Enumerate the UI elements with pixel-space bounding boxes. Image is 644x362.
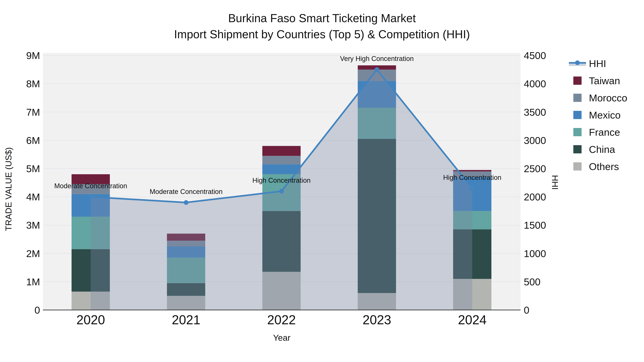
color-patch-icon <box>573 111 582 119</box>
y-left-tick-6M: 6M <box>26 135 40 146</box>
chart-canvas: 01M2M3M4M5M6M7M8M9M050010001500200025003… <box>0 0 644 362</box>
y-axis-title-right: HHI <box>549 156 560 209</box>
x-tick-2020: 2020 <box>76 313 105 327</box>
legend-label-morocco: Morocco <box>589 92 627 104</box>
y-left-tick-2M: 2M <box>26 248 40 259</box>
y-left-tick-0: 0 <box>34 305 40 316</box>
annotation-2023: Very High Concentration <box>340 55 414 62</box>
y-right-tick-500: 500 <box>524 276 540 288</box>
y-left-tick-8M: 8M <box>26 78 40 89</box>
color-patch-icon <box>573 76 582 85</box>
chart-title: Burkina Faso Smart Ticketing Market Impo… <box>0 10 644 42</box>
legend-item-mexico: Mexico <box>569 108 644 122</box>
legend-swatch-china <box>569 145 586 153</box>
x-tick-2023: 2023 <box>362 313 391 327</box>
color-patch-icon <box>573 145 582 153</box>
legend-label-mexico: Mexico <box>589 109 620 121</box>
hhi-marker-2024 <box>470 186 474 191</box>
hhi-marker-2020 <box>88 195 93 199</box>
color-patch-icon <box>573 94 582 102</box>
chart-figure: 01M2M3M4M5M6M7M8M9M050010001500200025003… <box>0 0 644 362</box>
color-patch-icon <box>573 128 582 136</box>
y-axis-title-left: TRADE VALUE (US$) <box>4 112 14 266</box>
y-right-tick-1500: 1500 <box>524 220 546 231</box>
y-right-tick-2500: 2500 <box>524 163 546 174</box>
legend-swatch-others <box>569 162 586 171</box>
bar-segment-2022-mexico <box>262 164 301 174</box>
legend-item-china: China <box>569 143 644 156</box>
annotation-2020: Moderate Concentration <box>54 182 127 190</box>
x-tick-2024: 2024 <box>458 313 486 327</box>
y-left-tick-3M: 3M <box>26 220 40 231</box>
y-left-tick-4M: 4M <box>26 191 40 203</box>
legend-swatch-mexico <box>569 111 586 119</box>
bar-segment-2022-taiwan <box>262 146 301 156</box>
y-left-tick-1M: 1M <box>26 276 40 288</box>
annotation-2021: Moderate Concentration <box>150 188 222 195</box>
legend-hhi-line-swatch <box>569 60 586 67</box>
hhi-marker-2023 <box>374 67 379 72</box>
y-left-tick-7M: 7M <box>26 106 40 118</box>
hhi-marker-2022 <box>279 189 284 194</box>
y-right-tick-3500: 3500 <box>524 106 546 118</box>
y-right-tick-3000: 3000 <box>524 135 546 146</box>
hhi-marker-2021 <box>184 200 188 205</box>
y-left-tick-9M: 9M <box>26 50 40 61</box>
y-right-tick-2000: 2000 <box>524 191 546 203</box>
annotation-2022: High Concentration <box>252 177 310 184</box>
y-right-tick-0: 0 <box>524 305 529 316</box>
legend-swatch-morocco <box>569 94 586 102</box>
bar-segment-2022-morocco <box>262 156 301 164</box>
y-right-tick-4000: 4000 <box>524 78 546 89</box>
color-patch-icon <box>573 162 582 171</box>
x-axis-title: Year <box>43 333 520 343</box>
legend-item-france: France <box>569 125 644 139</box>
chart-title-line1: Burkina Faso Smart Ticketing Market <box>0 10 644 26</box>
legend-swatch-taiwan <box>569 76 586 85</box>
legend-item-hhi: HHI <box>569 57 644 70</box>
legend-item-others: Others <box>569 160 644 173</box>
legend-label-china: China <box>589 144 615 155</box>
y-left-tick-5M: 5M <box>26 163 40 174</box>
legend: HHITaiwanMoroccoMexicoFranceChinaOthers <box>569 57 644 173</box>
legend-item-morocco: Morocco <box>569 91 644 104</box>
legend-label-taiwan: Taiwan <box>589 75 620 86</box>
legend-label-hhi: HHI <box>589 58 606 69</box>
annotation-2024: High Concentration <box>443 174 501 181</box>
hhi-line-icon <box>569 60 586 67</box>
legend-item-taiwan: Taiwan <box>569 74 644 87</box>
y-right-tick-4500: 4500 <box>524 50 546 61</box>
y-right-tick-1000: 1000 <box>524 248 546 259</box>
hhi-marker-swatch <box>575 60 580 65</box>
legend-label-france: France <box>589 126 620 138</box>
x-tick-2021: 2021 <box>172 313 200 327</box>
chart-title-line2: Import Shipment by Countries (Top 5) & C… <box>0 26 644 42</box>
x-tick-2022: 2022 <box>267 313 296 327</box>
legend-label-others: Others <box>589 161 619 172</box>
legend-swatch-france <box>569 128 586 136</box>
